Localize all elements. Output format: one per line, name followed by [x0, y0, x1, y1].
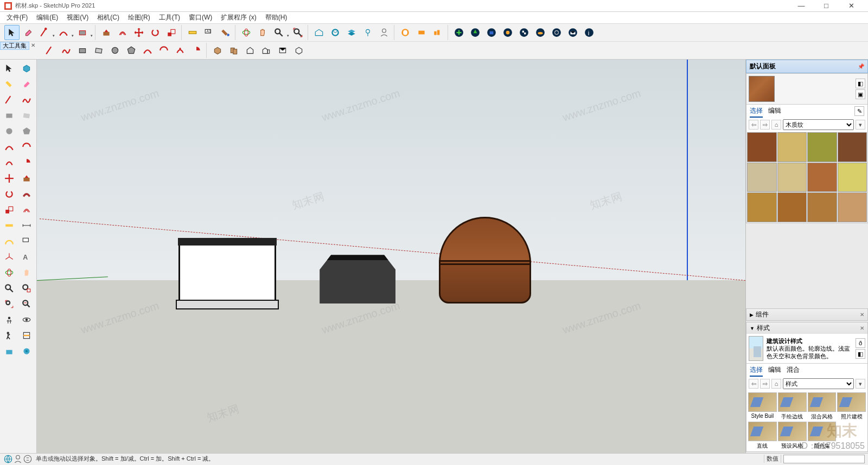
lt-select[interactable]: [1, 61, 17, 76]
arc-tool[interactable]: [56, 25, 71, 40]
ext-mail-icon[interactable]: [565, 25, 580, 40]
style-home-button[interactable]: ⌂: [771, 379, 781, 389]
toolset-close-icon[interactable]: ✕: [29, 42, 37, 49]
mat-back-button[interactable]: ⇦: [749, 120, 758, 130]
lt-text[interactable]: [18, 234, 35, 249]
paint-tool[interactable]: [218, 25, 233, 40]
menu-extensions[interactable]: 扩展程序 (x): [216, 12, 260, 23]
components-header[interactable]: ▶ 组件 ✕: [746, 309, 867, 320]
style-preview-thumb[interactable]: [749, 336, 763, 361]
zoom-extents-tool[interactable]: [290, 25, 305, 40]
lt-followme[interactable]: [18, 186, 35, 202]
material-swatch[interactable]: [838, 192, 867, 222]
style-create-icon[interactable]: ◧: [856, 349, 865, 359]
scale-tool[interactable]: [164, 25, 179, 40]
menu-draw[interactable]: 绘图(R): [124, 12, 155, 23]
ext-gear-icon[interactable]: [549, 25, 564, 40]
material-swatch[interactable]: [838, 163, 867, 192]
group-tool[interactable]: [226, 43, 241, 58]
lt-pan[interactable]: [18, 265, 35, 280]
style-folder[interactable]: 照片建模: [837, 392, 866, 421]
model-coffin-black[interactable]: [320, 255, 395, 303]
lt-zoom[interactable]: [1, 281, 17, 296]
lt-lookaround[interactable]: [18, 312, 35, 327]
lt-arc[interactable]: [1, 139, 17, 154]
polygon-tool[interactable]: [124, 43, 139, 58]
enscape-icon[interactable]: [398, 25, 413, 40]
house-front-icon[interactable]: [242, 43, 258, 58]
scene-models[interactable]: [178, 217, 531, 303]
lt-paint[interactable]: [1, 76, 17, 92]
lt-scale[interactable]: [1, 202, 17, 217]
lt-offset[interactable]: [18, 202, 35, 217]
material-swatch[interactable]: [807, 192, 837, 222]
line-tool[interactable]: [37, 25, 52, 40]
lt-sandbox[interactable]: [1, 344, 17, 359]
menu-view[interactable]: 视图(V): [62, 12, 93, 23]
lt-section[interactable]: [18, 328, 35, 343]
style-menu-button[interactable]: ▾: [856, 379, 865, 389]
warehouse-icon[interactable]: [311, 25, 327, 40]
tray-title[interactable]: 默认面板 📌: [746, 60, 868, 73]
eyedropper-icon[interactable]: ✎: [854, 106, 864, 116]
viewport[interactable]: www.znzmo.com www.znzmo.com www.znzmo.co…: [37, 60, 745, 453]
ext-checker-icon[interactable]: [516, 25, 532, 40]
text-tool[interactable]: A1: [201, 25, 216, 40]
material-swatch[interactable]: [777, 192, 807, 222]
material-swatch[interactable]: [838, 132, 867, 162]
credit-icon[interactable]: [23, 454, 33, 464]
lt-zoomwindow[interactable]: [18, 281, 35, 296]
mat-home-button[interactable]: ⌂: [771, 120, 781, 130]
material-swatch[interactable]: [807, 132, 837, 162]
style-folder[interactable]: 直线: [748, 422, 777, 450]
lt-eraser[interactable]: [18, 76, 35, 92]
lt-solidtools[interactable]: [18, 344, 35, 359]
lt-pie[interactable]: [18, 155, 35, 170]
material-swatch[interactable]: [747, 192, 777, 222]
pie-tool[interactable]: [189, 43, 204, 58]
styles-header[interactable]: ▼ 样式 ✕: [746, 322, 867, 334]
style-folder[interactable]: 手绘边线: [778, 392, 807, 421]
style-folder[interactable]: Style Buil: [748, 392, 777, 421]
lt-circle[interactable]: [1, 124, 17, 139]
material-preview-swatch[interactable]: [749, 76, 775, 102]
menu-edit[interactable]: 编辑(E): [32, 12, 62, 23]
menu-tools[interactable]: 工具(T): [155, 12, 184, 23]
extension-warehouse-icon[interactable]: [328, 25, 343, 40]
style-update-icon[interactable]: ð: [856, 338, 865, 348]
circle-tool[interactable]: [107, 43, 123, 58]
material-tab-edit[interactable]: 编辑: [768, 106, 781, 118]
pin-icon[interactable]: 📌: [858, 63, 864, 69]
move-tool[interactable]: [131, 25, 146, 40]
lt-walk[interactable]: [1, 328, 17, 343]
ext-info-icon[interactable]: i: [582, 25, 597, 40]
lt-rect[interactable]: [1, 108, 17, 123]
lt-zoomextents[interactable]: [1, 296, 17, 312]
large-toolset-label[interactable]: 大工具集: [0, 42, 29, 50]
3pt-arc-tool[interactable]: [173, 43, 188, 58]
zoom-tool[interactable]: [271, 25, 286, 40]
menu-window[interactable]: 窗口(W): [184, 12, 216, 23]
style-library-select[interactable]: 样式: [783, 378, 854, 389]
house-side-icon[interactable]: [259, 43, 274, 58]
lt-dimension[interactable]: [18, 218, 35, 233]
lt-polygon[interactable]: [18, 124, 35, 139]
style-tab-select[interactable]: 选择: [750, 365, 763, 377]
rotrect-tool[interactable]: [91, 43, 106, 58]
lt-3ptarc[interactable]: [1, 155, 17, 170]
lt-freehand[interactable]: [18, 92, 35, 107]
lt-line[interactable]: [1, 92, 17, 107]
style-forward-button[interactable]: ⇨: [760, 379, 770, 389]
pan-tool[interactable]: [255, 25, 270, 40]
minimize-button[interactable]: —: [789, 0, 814, 12]
model-coffin-white[interactable]: [178, 244, 276, 303]
rect-tool[interactable]: [75, 43, 90, 58]
offset-tool[interactable]: [115, 25, 130, 40]
panel-close-icon[interactable]: ✕: [860, 312, 864, 318]
style-folder[interactable]: 预设风格: [778, 422, 807, 450]
geo-icon[interactable]: [3, 454, 13, 464]
ext-add-icon[interactable]: [451, 25, 467, 40]
lt-pushpull[interactable]: [18, 171, 35, 186]
material-swatch[interactable]: [807, 163, 837, 192]
layers-icon[interactable]: [344, 25, 359, 40]
